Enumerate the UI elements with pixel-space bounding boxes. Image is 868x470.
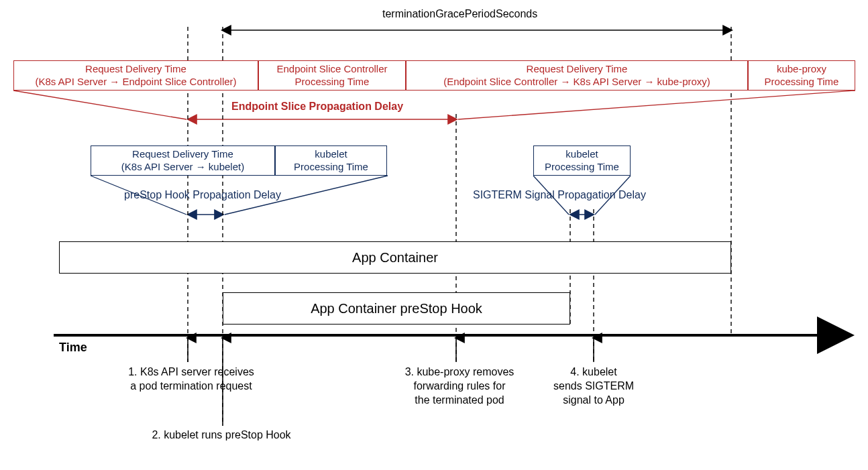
sigterm-delay-label: SIGTERM Signal Propagation Delay [473, 189, 646, 201]
red-box-esc-to-proxy: Request Delivery Time(Endpoint Slice Con… [406, 60, 748, 91]
time-axis-label: Time [59, 341, 87, 355]
blue-box-kubelet-processing-1: kubeletProcessing Time [275, 145, 387, 176]
grace-period-label: terminationGracePeriodSeconds [382, 8, 537, 20]
red-box-api-to-esc: Request Delivery Time(K8s API Server → E… [13, 60, 258, 91]
red-box-proxy-processing: kube-proxyProcessing Time [748, 60, 855, 91]
blue-box-api-to-kubelet: Request Delivery Time(K8s API Server → k… [91, 145, 275, 176]
endpoint-delay-label: Endpoint Slice Propagation Delay [231, 101, 403, 113]
red-box-esc-processing: Endpoint Slice ControllerProcessing Time [258, 60, 406, 91]
event-3-label: 3. kube-proxy removesforwarding rules fo… [386, 365, 533, 407]
blue-box-kubelet-processing-2: kubeletProcessing Time [533, 145, 631, 176]
svg-line-2 [458, 91, 855, 119]
app-container-bar: App Container [59, 241, 731, 274]
event-2-label: 2. kubelet runs preStop Hook [111, 429, 332, 441]
prestop-hook-bar: App Container preStop Hook [223, 292, 570, 325]
event-1-label: 1. K8s API server receivesa pod terminat… [104, 365, 278, 394]
prestop-delay-label: preStop Hook Propagation Delay [124, 189, 281, 201]
svg-line-1 [13, 91, 186, 119]
event-4-label: 4. kubeletsends SIGTERMsignal to App [537, 365, 651, 407]
